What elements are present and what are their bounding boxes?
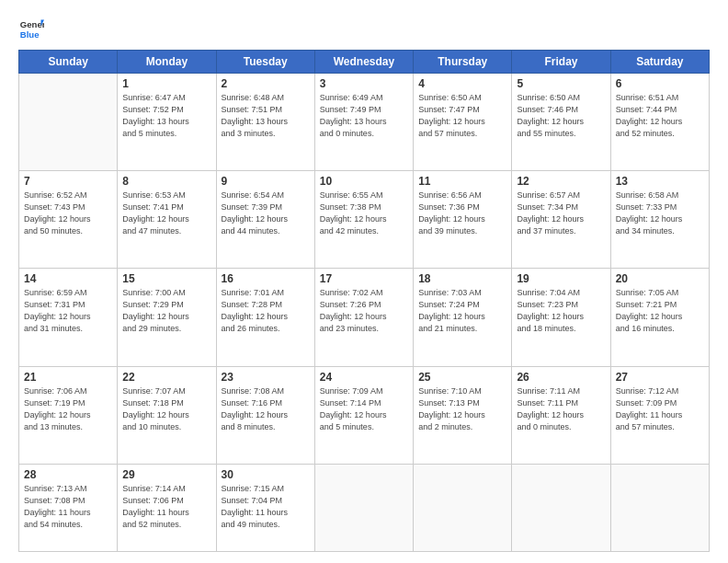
day-number: 23 [222, 371, 310, 384]
day-info: Sunrise: 6:55 AMSunset: 7:38 PMDaylight:… [320, 190, 408, 237]
day-info: Sunrise: 7:06 AMSunset: 7:19 PMDaylight:… [24, 385, 112, 433]
day-number: 9 [222, 175, 310, 188]
day-info: Sunrise: 6:56 AMSunset: 7:36 PMDaylight:… [418, 190, 506, 237]
calendar-week-row: 7Sunrise: 6:52 AMSunset: 7:43 PMDaylight… [19, 171, 710, 269]
day-info: Sunrise: 6:51 AMSunset: 7:44 PMDaylight:… [616, 92, 704, 140]
day-number: 3 [320, 77, 408, 90]
day-number: 12 [517, 175, 605, 188]
calendar-week-row: 14Sunrise: 6:59 AMSunset: 7:31 PMDayligh… [19, 269, 710, 366]
calendar-week-row: 21Sunrise: 7:06 AMSunset: 7:19 PMDayligh… [19, 366, 710, 464]
day-number: 13 [616, 175, 704, 188]
calendar-day-cell: 22Sunrise: 7:07 AMSunset: 7:18 PMDayligh… [118, 366, 216, 464]
day-number: 4 [418, 77, 506, 90]
day-info: Sunrise: 7:02 AMSunset: 7:26 PMDaylight:… [320, 287, 408, 335]
day-info: Sunrise: 7:00 AMSunset: 7:29 PMDaylight:… [122, 287, 210, 335]
calendar-week-row: 28Sunrise: 7:13 AMSunset: 7:08 PMDayligh… [19, 464, 710, 551]
page: General Blue SundayMondayTuesdayWednesda… [0, 0, 728, 563]
day-number: 5 [517, 77, 605, 90]
day-number: 16 [222, 272, 310, 285]
calendar-day-cell: 6Sunrise: 6:51 AMSunset: 7:44 PMDaylight… [610, 74, 709, 171]
day-number: 10 [320, 175, 408, 188]
day-info: Sunrise: 7:09 AMSunset: 7:14 PMDaylight:… [320, 385, 408, 433]
day-number: 11 [418, 175, 506, 188]
calendar-day-cell: 14Sunrise: 6:59 AMSunset: 7:31 PMDayligh… [19, 269, 118, 366]
day-info: Sunrise: 7:15 AMSunset: 7:04 PMDaylight:… [222, 483, 310, 531]
day-number: 25 [418, 371, 506, 384]
calendar-day-cell: 1Sunrise: 6:47 AMSunset: 7:52 PMDaylight… [118, 74, 216, 171]
calendar-day-cell: 11Sunrise: 6:56 AMSunset: 7:36 PMDayligh… [414, 171, 512, 269]
calendar-day-cell: 4Sunrise: 6:50 AMSunset: 7:47 PMDaylight… [414, 74, 512, 171]
calendar-day-cell: 29Sunrise: 7:14 AMSunset: 7:06 PMDayligh… [118, 464, 216, 551]
calendar-day-cell: 19Sunrise: 7:04 AMSunset: 7:23 PMDayligh… [512, 269, 610, 366]
calendar-day-cell: 17Sunrise: 7:02 AMSunset: 7:26 PMDayligh… [314, 269, 413, 366]
day-info: Sunrise: 6:48 AMSunset: 7:51 PMDaylight:… [222, 92, 310, 140]
day-number: 17 [320, 272, 408, 285]
day-of-week-header: Monday [118, 51, 216, 74]
day-info: Sunrise: 7:12 AMSunset: 7:09 PMDaylight:… [616, 385, 704, 433]
day-info: Sunrise: 6:54 AMSunset: 7:39 PMDaylight:… [222, 190, 310, 237]
calendar-day-cell: 10Sunrise: 6:55 AMSunset: 7:38 PMDayligh… [314, 171, 413, 269]
day-number: 7 [24, 175, 112, 188]
day-info: Sunrise: 7:05 AMSunset: 7:21 PMDaylight:… [616, 287, 704, 335]
logo-icon: General Blue [18, 17, 44, 42]
day-of-week-header: Friday [512, 51, 610, 74]
day-info: Sunrise: 7:10 AMSunset: 7:13 PMDaylight:… [418, 385, 506, 433]
calendar-day-cell [314, 464, 413, 551]
day-number: 29 [122, 468, 210, 481]
calendar-day-cell: 20Sunrise: 7:05 AMSunset: 7:21 PMDayligh… [610, 269, 709, 366]
calendar-day-cell: 26Sunrise: 7:11 AMSunset: 7:11 PMDayligh… [512, 366, 610, 464]
calendar-day-cell: 13Sunrise: 6:58 AMSunset: 7:33 PMDayligh… [610, 171, 709, 269]
day-of-week-header: Saturday [610, 51, 709, 74]
calendar-day-cell [610, 464, 709, 551]
day-number: 22 [122, 371, 210, 384]
day-info: Sunrise: 7:13 AMSunset: 7:08 PMDaylight:… [24, 483, 112, 531]
calendar-day-cell: 18Sunrise: 7:03 AMSunset: 7:24 PMDayligh… [414, 269, 512, 366]
day-number: 30 [222, 468, 310, 481]
calendar-day-cell: 16Sunrise: 7:01 AMSunset: 7:28 PMDayligh… [216, 269, 314, 366]
day-of-week-header: Wednesday [314, 51, 413, 74]
calendar-day-cell: 21Sunrise: 7:06 AMSunset: 7:19 PMDayligh… [19, 366, 118, 464]
day-number: 2 [222, 77, 310, 90]
calendar-day-cell: 28Sunrise: 7:13 AMSunset: 7:08 PMDayligh… [19, 464, 118, 551]
day-number: 14 [24, 272, 112, 285]
calendar-day-cell: 15Sunrise: 7:00 AMSunset: 7:29 PMDayligh… [118, 269, 216, 366]
day-info: Sunrise: 7:11 AMSunset: 7:11 PMDaylight:… [517, 385, 605, 433]
calendar-day-cell: 8Sunrise: 6:53 AMSunset: 7:41 PMDaylight… [118, 171, 216, 269]
calendar-day-cell [414, 464, 512, 551]
day-info: Sunrise: 6:57 AMSunset: 7:34 PMDaylight:… [517, 190, 605, 237]
calendar-day-cell: 27Sunrise: 7:12 AMSunset: 7:09 PMDayligh… [610, 366, 709, 464]
svg-text:Blue: Blue [20, 29, 40, 40]
day-info: Sunrise: 7:08 AMSunset: 7:16 PMDaylight:… [222, 385, 310, 433]
header: General Blue [18, 17, 710, 42]
calendar-day-cell: 3Sunrise: 6:49 AMSunset: 7:49 PMDaylight… [314, 74, 413, 171]
day-info: Sunrise: 6:53 AMSunset: 7:41 PMDaylight:… [122, 190, 210, 237]
day-info: Sunrise: 6:59 AMSunset: 7:31 PMDaylight:… [24, 287, 112, 335]
calendar-day-cell: 30Sunrise: 7:15 AMSunset: 7:04 PMDayligh… [216, 464, 314, 551]
calendar-table: SundayMondayTuesdayWednesdayThursdayFrid… [18, 50, 710, 552]
day-number: 20 [616, 272, 704, 285]
calendar-day-cell: 12Sunrise: 6:57 AMSunset: 7:34 PMDayligh… [512, 171, 610, 269]
calendar-day-cell: 23Sunrise: 7:08 AMSunset: 7:16 PMDayligh… [216, 366, 314, 464]
day-info: Sunrise: 6:47 AMSunset: 7:52 PMDaylight:… [122, 92, 210, 140]
days-header-row: SundayMondayTuesdayWednesdayThursdayFrid… [19, 51, 710, 74]
day-number: 24 [320, 371, 408, 384]
calendar-day-cell: 5Sunrise: 6:50 AMSunset: 7:46 PMDaylight… [512, 74, 610, 171]
day-number: 27 [616, 371, 704, 384]
day-number: 28 [24, 468, 112, 481]
day-number: 19 [517, 272, 605, 285]
day-info: Sunrise: 6:49 AMSunset: 7:49 PMDaylight:… [320, 92, 408, 140]
day-of-week-header: Sunday [19, 51, 118, 74]
day-info: Sunrise: 7:03 AMSunset: 7:24 PMDaylight:… [418, 287, 506, 335]
day-number: 8 [122, 175, 210, 188]
calendar-week-row: 1Sunrise: 6:47 AMSunset: 7:52 PMDaylight… [19, 74, 710, 171]
day-info: Sunrise: 6:50 AMSunset: 7:46 PMDaylight:… [517, 92, 605, 140]
calendar-day-cell [19, 74, 118, 171]
day-info: Sunrise: 7:07 AMSunset: 7:18 PMDaylight:… [122, 385, 210, 433]
day-of-week-header: Tuesday [216, 51, 314, 74]
day-of-week-header: Thursday [414, 51, 512, 74]
calendar-day-cell: 25Sunrise: 7:10 AMSunset: 7:13 PMDayligh… [414, 366, 512, 464]
day-number: 18 [418, 272, 506, 285]
calendar-day-cell: 24Sunrise: 7:09 AMSunset: 7:14 PMDayligh… [314, 366, 413, 464]
day-number: 26 [517, 371, 605, 384]
svg-text:General: General [20, 19, 44, 29]
